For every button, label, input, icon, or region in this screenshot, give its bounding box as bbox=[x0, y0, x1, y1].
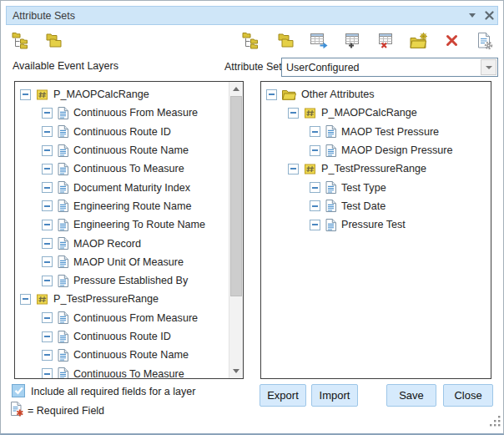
scrollbar-thumb[interactable] bbox=[230, 96, 242, 296]
close-icon[interactable] bbox=[481, 8, 497, 23]
field-icon bbox=[58, 255, 68, 268]
left-tree-scrollbar[interactable] bbox=[229, 82, 243, 378]
tree-item[interactable]: Continuous Route ID bbox=[15, 123, 229, 141]
collapse-toggle[interactable] bbox=[42, 312, 53, 323]
collapse-toggle[interactable] bbox=[42, 220, 53, 230]
collapse-toggle[interactable] bbox=[20, 294, 31, 305]
open-attribute-sets-folder-icon[interactable] bbox=[43, 31, 63, 50]
import-button[interactable]: Import bbox=[311, 384, 358, 407]
tree-item-label: Continuous From Measure bbox=[73, 312, 198, 324]
tree-item[interactable]: P_TestPressureRange bbox=[15, 290, 229, 308]
collapse-toggle[interactable] bbox=[288, 108, 299, 119]
collapse-toggle[interactable] bbox=[42, 331, 53, 342]
tree-item[interactable]: Continuous To Measure bbox=[15, 364, 229, 378]
tree-item[interactable]: P_MAOPCalcRange bbox=[261, 104, 491, 122]
tree-item[interactable]: Engineering To Route Name bbox=[15, 215, 229, 234]
tree-item[interactable]: Continuous From Measure bbox=[15, 104, 229, 122]
tree-item[interactable]: Test Type bbox=[261, 178, 491, 196]
collapse-toggle[interactable] bbox=[42, 350, 53, 361]
tree-item-label: Engineering Route Name bbox=[73, 200, 191, 212]
collapse-toggle[interactable] bbox=[310, 145, 320, 156]
tree-item[interactable]: Engineering Route Name bbox=[15, 197, 229, 215]
tree-item[interactable]: Test Date bbox=[261, 197, 491, 215]
attribute-set-dropdown[interactable]: UserConfigured bbox=[281, 58, 498, 77]
export-button[interactable]: Export bbox=[260, 384, 306, 407]
collapse-toggle[interactable] bbox=[310, 220, 320, 230]
collapse-toggle[interactable] bbox=[310, 126, 320, 137]
tree-item-label: P_TestPressureRange bbox=[321, 163, 426, 175]
scroll-up-icon[interactable] bbox=[229, 82, 243, 96]
export-table-icon[interactable] bbox=[308, 31, 329, 50]
close-button[interactable]: Close bbox=[443, 384, 493, 407]
collapse-toggle[interactable] bbox=[310, 182, 320, 193]
folder-open-icon bbox=[282, 89, 296, 100]
collapse-toggle[interactable] bbox=[42, 256, 53, 267]
event-layer-icon bbox=[304, 107, 316, 119]
event-layer-icon bbox=[304, 163, 316, 175]
field-icon bbox=[58, 125, 68, 138]
tree-item[interactable]: Continuous Route Name bbox=[15, 346, 229, 364]
titlebar[interactable]: Attribute Sets bbox=[6, 6, 498, 25]
remove-table-icon[interactable] bbox=[375, 31, 396, 50]
field-icon bbox=[58, 181, 68, 194]
collapse-toggle[interactable] bbox=[42, 238, 53, 249]
report-settings-icon[interactable] bbox=[475, 31, 496, 50]
add-table-icon[interactable] bbox=[341, 31, 362, 50]
tree-item[interactable]: Pressure Test bbox=[261, 215, 491, 234]
collapse-toggle[interactable] bbox=[288, 164, 299, 175]
tree-item[interactable]: Document Maturity Index bbox=[15, 178, 229, 196]
tree-item-label: Engineering To Route Name bbox=[73, 219, 205, 230]
save-button[interactable]: Save bbox=[386, 384, 436, 407]
toolbar-left bbox=[11, 31, 63, 50]
tree-item[interactable]: Continuous Route Name bbox=[15, 141, 229, 159]
tree-item-label: Continuous Route Name bbox=[73, 144, 189, 156]
new-attribute-set-tree-icon[interactable] bbox=[241, 31, 262, 50]
field-icon bbox=[58, 200, 68, 212]
tree-item[interactable]: MAOP Test Pressure bbox=[261, 123, 491, 141]
tree-item[interactable]: Pressure Established By bbox=[15, 271, 229, 290]
collapse-toggle[interactable] bbox=[42, 276, 53, 286]
tree-item[interactable]: Continuous To Measure bbox=[15, 159, 229, 178]
resize-grip[interactable] bbox=[489, 415, 501, 430]
tree-item[interactable]: Continuous From Measure bbox=[15, 309, 229, 327]
tree-item[interactable]: MAOP Record bbox=[15, 234, 229, 252]
delete-icon[interactable] bbox=[441, 31, 462, 50]
toolbar-right bbox=[241, 31, 496, 50]
new-folder-icon[interactable] bbox=[408, 31, 429, 50]
dock-arrow-icon[interactable] bbox=[464, 8, 481, 23]
collapse-toggle[interactable] bbox=[42, 368, 53, 378]
tree-item[interactable]: P_TestPressureRange bbox=[261, 159, 491, 178]
attribute-set-tree[interactable]: Other AttributesP_MAOPCalcRangeMAOP Test… bbox=[260, 81, 491, 379]
collapse-toggle[interactable] bbox=[42, 200, 53, 211]
open-attribute-sets-folder-icon[interactable] bbox=[275, 31, 295, 50]
tree-item[interactable]: Continuous Route ID bbox=[15, 327, 229, 346]
collapse-toggle[interactable] bbox=[266, 89, 277, 100]
tree-item[interactable]: MAOP Design Pressure bbox=[261, 141, 491, 159]
scroll-down-icon[interactable] bbox=[229, 364, 243, 378]
available-layers-tree[interactable]: P_MAOPCalcRangeContinuous From MeasureCo… bbox=[14, 81, 244, 379]
collapse-toggle[interactable] bbox=[42, 182, 53, 193]
collapse-toggle[interactable] bbox=[42, 164, 53, 175]
collapse-toggle[interactable] bbox=[310, 200, 320, 211]
collapse-toggle[interactable] bbox=[42, 108, 53, 119]
dropdown-arrow-icon[interactable] bbox=[481, 59, 496, 75]
collapse-toggle[interactable] bbox=[42, 126, 53, 137]
field-icon bbox=[58, 367, 68, 378]
attribute-sets-window: Attribute Sets bbox=[0, 0, 504, 435]
collapse-toggle[interactable] bbox=[42, 145, 53, 156]
new-attribute-set-tree-icon[interactable] bbox=[11, 31, 32, 50]
window-title: Attribute Sets bbox=[7, 10, 464, 22]
tree-item-label: Test Type bbox=[341, 182, 386, 194]
available-layers-tree-body[interactable]: P_MAOPCalcRangeContinuous From MeasureCo… bbox=[15, 82, 229, 378]
collapse-toggle[interactable] bbox=[20, 89, 31, 100]
tree-item[interactable]: MAOP Unit Of Measure bbox=[15, 253, 229, 271]
tree-item-label: Other Attributes bbox=[301, 89, 375, 100]
attribute-set-tree-body[interactable]: Other AttributesP_MAOPCalcRangeMAOP Test… bbox=[261, 82, 491, 378]
required-field-icon bbox=[10, 401, 24, 421]
tree-item[interactable]: P_MAOPCalcRange bbox=[15, 85, 229, 104]
include-required-fields-checkbox[interactable] bbox=[12, 384, 25, 397]
field-icon bbox=[58, 144, 68, 157]
field-icon bbox=[58, 331, 68, 343]
field-icon bbox=[325, 200, 336, 212]
tree-item[interactable]: Other Attributes bbox=[261, 85, 491, 104]
